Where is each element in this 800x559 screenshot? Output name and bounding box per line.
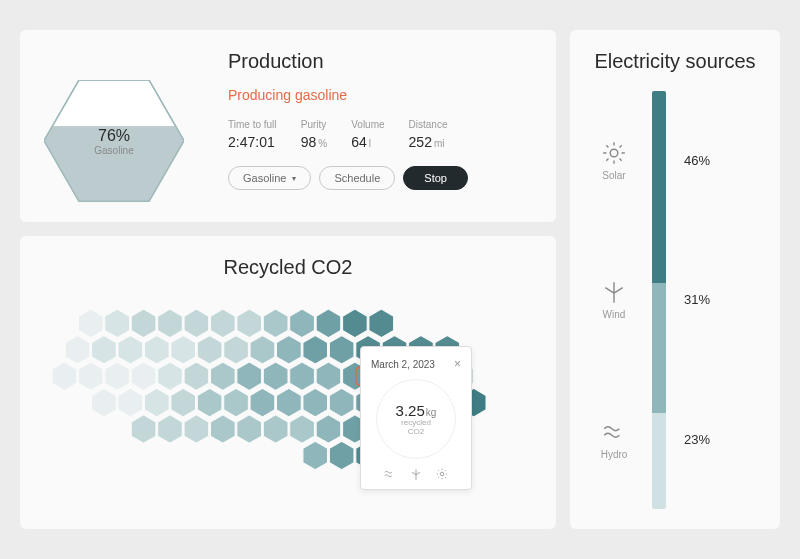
close-icon[interactable]: × <box>454 357 461 371</box>
bar-segment-wind <box>652 283 666 413</box>
stop-button[interactable]: Stop <box>403 166 468 190</box>
hex-cell[interactable] <box>131 362 156 390</box>
svg-point-5 <box>610 149 618 157</box>
tooltip-date: March 2, 2023 <box>371 359 435 370</box>
sources-title: Electricity sources <box>594 50 756 73</box>
production-metrics: Time to full 2:47:01 Purity 98% Volume 6… <box>228 119 532 150</box>
hex-cell[interactable] <box>263 415 288 443</box>
wind-icon <box>601 279 627 305</box>
hydro-percent: 23% <box>684 432 710 447</box>
fuel-select-button[interactable]: Gasoline ▾ <box>228 166 311 190</box>
hex-cell[interactable] <box>290 415 315 443</box>
production-gauge: 76% Gasoline <box>44 50 204 202</box>
hex-cell[interactable] <box>277 388 302 416</box>
hex-cell[interactable] <box>197 336 222 364</box>
hex-cell[interactable] <box>316 362 341 390</box>
hex-cell[interactable] <box>118 388 143 416</box>
hex-cell[interactable] <box>277 336 302 364</box>
hex-cell[interactable] <box>158 362 183 390</box>
hex-cell[interactable] <box>224 388 249 416</box>
hex-cell[interactable] <box>343 309 368 337</box>
solar-percent: 46% <box>684 153 710 168</box>
wind-percent: 31% <box>684 292 710 307</box>
metric-purity: Purity 98% <box>301 119 327 150</box>
hex-cell[interactable] <box>144 388 169 416</box>
hex-cell[interactable] <box>184 415 209 443</box>
hex-cell[interactable] <box>303 441 328 469</box>
hex-cell[interactable] <box>237 309 262 337</box>
gauge-sublabel: Gasoline <box>94 145 133 156</box>
hex-cell[interactable] <box>316 309 341 337</box>
hex-cell[interactable] <box>303 388 328 416</box>
hex-cell[interactable] <box>316 415 341 443</box>
recycled-tooltip: March 2, 2023 × 3.25kg recycledCO2 <box>360 346 472 490</box>
hex-cell[interactable] <box>118 336 143 364</box>
sun-icon <box>435 467 449 481</box>
hex-cell[interactable] <box>171 336 196 364</box>
gauge-percent: 76% <box>98 127 130 145</box>
recycled-co2-card: Recycled CO2 March 2, 2023 × 3.25kg recy… <box>20 236 556 529</box>
hex-cell[interactable] <box>290 362 315 390</box>
hex-cell[interactable] <box>250 336 275 364</box>
production-status: Producing gasoline <box>228 87 532 103</box>
hex-cell[interactable] <box>237 362 262 390</box>
sun-icon <box>601 140 627 166</box>
hex-cell[interactable] <box>92 388 117 416</box>
hex-cell[interactable] <box>211 309 236 337</box>
hex-cell[interactable] <box>263 362 288 390</box>
hex-cell[interactable] <box>329 441 354 469</box>
metric-volume: Volume 64l <box>351 119 384 150</box>
hex-cell[interactable] <box>263 309 288 337</box>
hex-cell[interactable] <box>329 336 354 364</box>
tooltip-value-circle: 3.25kg recycledCO2 <box>376 379 456 459</box>
hex-cell[interactable] <box>224 336 249 364</box>
hydro-icon <box>383 467 397 481</box>
hex-cell[interactable] <box>329 388 354 416</box>
hex-cell[interactable] <box>250 388 275 416</box>
hex-cell[interactable] <box>197 388 222 416</box>
hex-cell[interactable] <box>171 388 196 416</box>
hex-cell[interactable] <box>369 309 394 337</box>
bar-segment-solar <box>652 91 666 283</box>
hex-cell[interactable] <box>52 362 77 390</box>
hex-cell[interactable] <box>158 415 183 443</box>
source-wind: Wind <box>601 279 627 320</box>
bar-segment-hydro <box>652 413 666 509</box>
hex-cell[interactable] <box>78 362 103 390</box>
hex-cell[interactable] <box>237 415 262 443</box>
electricity-sources-card: Electricity sources Solar Wind Hydro 46%… <box>570 30 780 529</box>
hex-cell[interactable] <box>131 309 156 337</box>
source-solar: Solar <box>601 140 627 181</box>
metric-distance: Distance 252mi <box>409 119 448 150</box>
hex-cell[interactable] <box>105 362 130 390</box>
hex-cell[interactable] <box>211 415 236 443</box>
recycled-title: Recycled CO2 <box>44 256 532 279</box>
hex-cell[interactable] <box>65 336 90 364</box>
hex-cell[interactable] <box>211 362 236 390</box>
hex-cell[interactable] <box>105 309 130 337</box>
hydro-icon <box>601 419 627 445</box>
schedule-button[interactable]: Schedule <box>319 166 395 190</box>
hex-cell[interactable] <box>78 309 103 337</box>
wind-icon <box>409 467 423 481</box>
hex-cell[interactable] <box>303 336 328 364</box>
hex-cell[interactable] <box>92 336 117 364</box>
production-title: Production <box>228 50 532 73</box>
chevron-down-icon: ▾ <box>292 174 296 183</box>
source-hydro: Hydro <box>601 419 628 460</box>
sources-stacked-bar <box>652 91 666 509</box>
production-card: 76% Gasoline Production Producing gasoli… <box>20 30 556 222</box>
svg-point-4 <box>440 472 444 476</box>
hex-cell[interactable] <box>290 309 315 337</box>
metric-time-to-full: Time to full 2:47:01 <box>228 119 277 150</box>
hex-cell[interactable] <box>131 415 156 443</box>
hex-cell[interactable] <box>184 362 209 390</box>
hex-cell[interactable] <box>184 309 209 337</box>
hex-cell[interactable] <box>144 336 169 364</box>
hex-cell[interactable] <box>158 309 183 337</box>
